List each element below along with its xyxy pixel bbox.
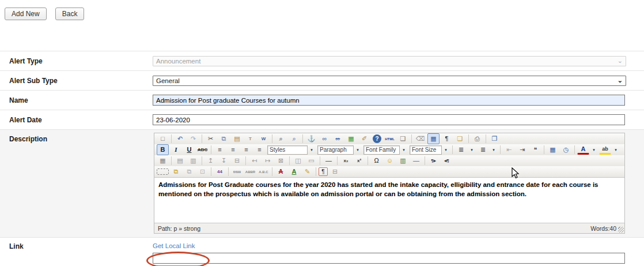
font-family-select[interactable]: Font Family bbox=[363, 145, 400, 155]
show-blocks-icon[interactable]: ¶ bbox=[441, 133, 453, 144]
col-after-icon[interactable]: ↦ bbox=[262, 155, 274, 166]
style-props-icon[interactable]: 44 bbox=[214, 166, 226, 177]
split-cells-icon[interactable]: ◫ bbox=[292, 155, 304, 166]
pagebreak-icon[interactable]: ⊟ bbox=[329, 166, 341, 177]
template-icon[interactable]: ❏ bbox=[454, 133, 466, 144]
back-button[interactable]: Back bbox=[55, 8, 85, 20]
advanced-hr-icon[interactable]: — bbox=[410, 155, 422, 166]
dropdown-arrow-icon[interactable]: ▾ bbox=[442, 145, 449, 155]
strikethrough-button[interactable]: ABC bbox=[196, 144, 209, 155]
text-color-icon[interactable]: A bbox=[577, 145, 589, 155]
paste-word-icon[interactable]: W bbox=[257, 133, 270, 144]
del-icon[interactable]: A bbox=[275, 166, 287, 177]
background-color-icon[interactable]: ab bbox=[599, 145, 611, 155]
horizontal-rule-icon[interactable]: — bbox=[323, 155, 335, 166]
get-local-link[interactable]: Get Local Link bbox=[153, 242, 195, 249]
table-row-props-icon[interactable]: ▤ bbox=[174, 155, 186, 166]
special-char-icon[interactable]: Ω bbox=[370, 155, 382, 166]
merge-cells-icon[interactable]: ▭ bbox=[305, 155, 317, 166]
bullet-list-icon[interactable]: ≣ bbox=[455, 144, 467, 155]
preview-icon[interactable]: ❏ bbox=[397, 133, 409, 144]
undo-icon[interactable]: ↶ bbox=[174, 133, 186, 144]
media-icon[interactable]: ▥ bbox=[397, 155, 409, 166]
delete-col-icon[interactable]: ⊠ bbox=[275, 155, 287, 166]
ins-icon[interactable]: A bbox=[288, 166, 300, 177]
dropdown-arrow-icon[interactable]: ▾ bbox=[400, 145, 407, 155]
attributes-icon[interactable]: ✎ bbox=[301, 166, 313, 177]
styles-select[interactable]: Styles bbox=[267, 145, 308, 155]
editor-content-area[interactable]: Admissions for Post Graduate courses for… bbox=[154, 177, 624, 223]
dropdown-arrow-icon[interactable]: ▾ bbox=[590, 145, 597, 155]
delete-row-icon[interactable]: ⊟ bbox=[231, 155, 243, 166]
visual-blocks-icon[interactable] bbox=[157, 168, 169, 175]
insert-date-icon[interactable]: ▦ bbox=[547, 144, 559, 155]
abbr-icon[interactable]: ABBR bbox=[244, 166, 256, 177]
anchor-icon[interactable]: ⚓ bbox=[305, 133, 317, 144]
cut-icon[interactable]: ✂ bbox=[204, 133, 217, 144]
insert-table-icon[interactable]: ▦ bbox=[157, 155, 169, 166]
numbered-list-icon[interactable]: ≣ bbox=[477, 144, 489, 155]
toolbar-separator bbox=[245, 156, 246, 165]
move-backward-icon[interactable]: ⧉ bbox=[183, 166, 195, 177]
outdent-icon[interactable]: ⇤ bbox=[503, 144, 515, 155]
print-icon[interactable]: ⎙ bbox=[471, 133, 483, 144]
italic-button[interactable]: I bbox=[170, 144, 182, 155]
align-center-icon[interactable]: ≡ bbox=[227, 144, 239, 155]
add-new-button[interactable]: Add New bbox=[5, 8, 47, 20]
underline-button[interactable]: U bbox=[183, 144, 195, 155]
rtl-icon[interactable]: ◂¶ bbox=[441, 155, 453, 166]
dropdown-arrow-icon[interactable]: ▾ bbox=[612, 145, 619, 155]
align-right-icon[interactable]: ≡ bbox=[240, 144, 252, 155]
alert-date-input[interactable] bbox=[153, 114, 625, 125]
subscript-icon[interactable]: x₂ bbox=[340, 155, 352, 166]
row-after-icon[interactable]: ↧ bbox=[218, 155, 230, 166]
bold-button[interactable]: B bbox=[157, 144, 169, 155]
help-icon[interactable]: ? bbox=[373, 134, 381, 143]
paste-text-icon[interactable]: T bbox=[244, 133, 256, 144]
superscript-icon[interactable]: x² bbox=[353, 155, 365, 166]
paste-icon[interactable]: ▤ bbox=[231, 133, 243, 144]
alert-sub-type-value: General bbox=[156, 77, 180, 84]
dropdown-arrow-icon[interactable]: ▾ bbox=[308, 145, 315, 155]
redo-icon[interactable]: ↷ bbox=[187, 133, 199, 144]
fullscreen-icon[interactable]: ❐ bbox=[488, 133, 501, 144]
new-document-icon[interactable]: □ bbox=[157, 133, 169, 144]
acronym-icon[interactable]: A.B.C bbox=[257, 166, 270, 177]
dropdown-arrow-icon[interactable]: ▾ bbox=[490, 145, 497, 155]
move-forward-icon[interactable]: ⧉ bbox=[170, 166, 182, 177]
ltr-icon[interactable]: ¶▸ bbox=[427, 155, 440, 166]
link-input[interactable] bbox=[153, 253, 625, 264]
insert-time-icon[interactable]: ◷ bbox=[560, 144, 572, 155]
toolbar-separator bbox=[486, 134, 486, 143]
resize-grip-icon[interactable] bbox=[618, 227, 624, 233]
unlink-icon[interactable]: ∞ bbox=[332, 133, 344, 144]
name-input[interactable] bbox=[153, 95, 625, 106]
find-replace-icon[interactable]: ⌕ bbox=[288, 133, 300, 144]
nonbreaking-icon[interactable]: ¶ bbox=[319, 167, 328, 176]
col-before-icon[interactable]: ↤ bbox=[248, 155, 260, 166]
link-icon[interactable]: ∞ bbox=[319, 133, 331, 144]
dropdown-arrow-icon[interactable]: ▾ bbox=[354, 145, 361, 155]
emoticons-icon[interactable]: ☺ bbox=[384, 155, 396, 166]
copy-icon[interactable]: ⧉ bbox=[218, 133, 230, 144]
cleanup-icon[interactable]: ✐ bbox=[358, 133, 370, 144]
format-select[interactable]: Paragraph bbox=[317, 145, 354, 155]
align-left-icon[interactable]: ≡ bbox=[214, 144, 226, 155]
dropdown-arrow-icon[interactable]: ▾ bbox=[468, 145, 475, 155]
blockquote-icon[interactable]: ❝ bbox=[529, 144, 541, 155]
absolute-position-icon[interactable]: ⊡ bbox=[196, 166, 209, 177]
cite-icon[interactable]: 6699 bbox=[231, 166, 243, 177]
image-icon[interactable]: ▦ bbox=[345, 133, 357, 144]
indent-icon[interactable]: ⇥ bbox=[516, 144, 528, 155]
row-before-icon[interactable]: ↥ bbox=[204, 155, 217, 166]
table-cell-props-icon[interactable]: ▥ bbox=[187, 155, 199, 166]
font-size-select[interactable]: Font Size bbox=[410, 145, 442, 155]
toolbar-separator bbox=[171, 156, 172, 165]
visual-aid-icon[interactable]: ▦ bbox=[427, 133, 440, 144]
alert-sub-type-select[interactable]: General ⌄ bbox=[153, 76, 626, 86]
toolbar-separator bbox=[302, 134, 303, 143]
find-icon[interactable]: ⌕ bbox=[275, 133, 287, 144]
remove-format-icon[interactable]: ⌫ bbox=[414, 133, 426, 144]
align-justify-icon[interactable]: ≡ bbox=[253, 144, 266, 155]
html-source-icon[interactable]: HTML bbox=[384, 133, 396, 144]
